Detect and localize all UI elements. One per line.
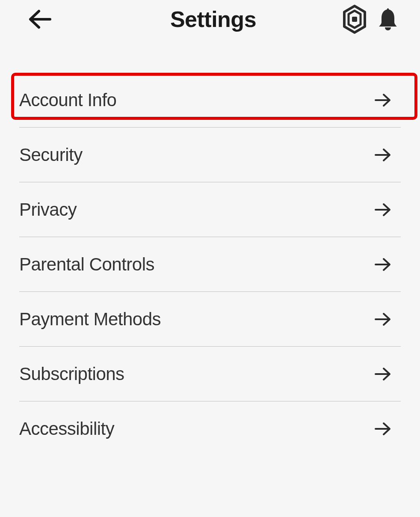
menu-item-subscriptions[interactable]: Subscriptions	[19, 347, 401, 401]
chevron-right-icon	[374, 148, 391, 162]
chevron-right-icon	[374, 202, 391, 217]
menu-item-account-info[interactable]: Account Info	[19, 73, 401, 128]
chevron-right-icon	[374, 312, 391, 327]
menu-item-label: Accessibility	[19, 419, 114, 439]
page-title: Settings	[79, 6, 347, 32]
menu-item-label: Privacy	[19, 199, 77, 220]
chevron-right-icon	[374, 422, 391, 436]
header: Settings	[0, 0, 420, 39]
header-center: Settings	[79, 6, 347, 32]
menu-item-privacy[interactable]: Privacy	[19, 182, 401, 237]
menu-item-label: Parental Controls	[19, 254, 154, 275]
arrow-left-icon	[28, 9, 53, 30]
back-button[interactable]	[28, 9, 53, 30]
header-right	[347, 5, 399, 34]
svg-rect-0	[352, 17, 357, 22]
chevron-right-icon	[374, 367, 391, 381]
menu-item-parental-controls[interactable]: Parental Controls	[19, 237, 401, 292]
menu-item-label: Payment Methods	[19, 309, 161, 330]
menu-item-accessibility[interactable]: Accessibility	[19, 401, 401, 456]
chevron-right-icon	[374, 93, 391, 107]
menu-item-label: Account Info	[19, 90, 116, 110]
notifications-button[interactable]	[377, 7, 399, 32]
header-left	[28, 9, 79, 30]
robux-button[interactable]	[341, 5, 368, 34]
menu-item-label: Subscriptions	[19, 364, 124, 384]
menu-item-label: Security	[19, 145, 83, 165]
chevron-right-icon	[374, 257, 391, 272]
bell-icon	[377, 7, 399, 32]
settings-menu: Account Info Security Privacy Parental C…	[0, 39, 420, 456]
menu-item-security[interactable]: Security	[19, 128, 401, 182]
menu-item-payment-methods[interactable]: Payment Methods	[19, 292, 401, 347]
robux-icon	[341, 5, 368, 34]
